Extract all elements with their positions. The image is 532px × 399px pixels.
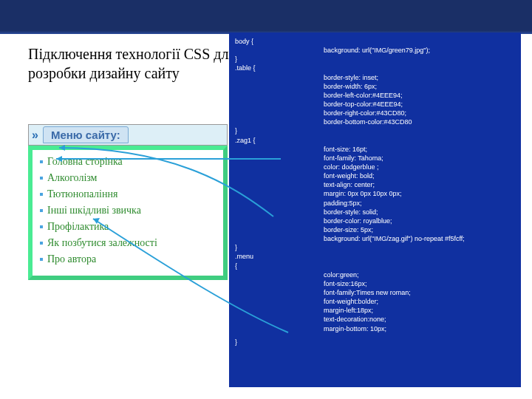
code-prop: text-align: center; — [324, 181, 375, 188]
menu-item-label: Тютюнопаління — [47, 188, 117, 200]
menu-item-label: Про автора — [47, 253, 96, 265]
code-prop: margin-left:18px; — [324, 307, 373, 314]
css-code-panel: body { background: url("IMG/green79.jpg"… — [229, 33, 521, 387]
code-selector: .menu — [235, 253, 253, 260]
code-prop: border-bottom-color:#43CD80 — [324, 118, 412, 126]
code-prop: text-decoration:none; — [324, 316, 386, 323]
code-brace: } — [235, 338, 237, 346]
code-prop: color: dodgerblue ; — [324, 163, 379, 171]
menu-illustration: » Меню сайту: Головна сторінка Алкоголіз… — [28, 124, 228, 280]
code-brace: } — [235, 127, 237, 134]
code-brace: } — [235, 244, 237, 251]
code-prop: border-color: royalblue; — [324, 217, 392, 225]
code-prop: border-size: 5px; — [324, 226, 373, 233]
menu-item-label: Головна сторінка — [47, 156, 123, 168]
bullet-icon — [40, 258, 43, 261]
code-selector: body { — [235, 37, 324, 46]
slide: Підключення технології CSS для розробки … — [0, 0, 532, 399]
menu-list: Головна сторінка Алкоголізм Тютюнопалінн… — [40, 156, 216, 265]
code-prop: font-weight:bolder; — [324, 298, 378, 305]
code-prop: font-size:16px; — [324, 280, 367, 287]
code-prop: border-width: 6px; — [324, 83, 377, 90]
bullet-icon — [40, 193, 43, 196]
menu-header: Меню сайту: — [43, 126, 129, 143]
slide-title: Підключення технології CSS для розробки … — [28, 44, 257, 83]
code-prop: font-size: 16pt; — [324, 146, 367, 153]
code-prop: background: url("IMG/green79.jpg"); — [324, 47, 430, 54]
code-prop: border-left-color:#4EEE94; — [324, 92, 403, 99]
menu-item-label: Як позбутися залежності — [47, 237, 157, 249]
code-prop: border-right-color:#43CD80; — [324, 109, 406, 117]
code-prop: margin: 0px 0px 10px 0px; — [324, 190, 402, 197]
top-decoration — [0, 0, 532, 34]
list-item: Тютюнопаління — [40, 188, 216, 200]
bullet-icon — [40, 160, 43, 163]
list-item: Алкоголізм — [40, 172, 216, 184]
code-prop: background: url("IMG/zag.gif") no-repeat… — [324, 235, 465, 242]
menu-body: Головна сторінка Алкоголізм Тютюнопалінн… — [28, 146, 228, 280]
menu-item-label: Профілактика — [47, 221, 109, 233]
list-item: Профілактика — [40, 221, 216, 233]
code-selector: .zag1 { — [235, 136, 324, 145]
code-prop: color:green; — [324, 271, 359, 279]
menu-item-label: Алкоголізм — [47, 172, 97, 184]
code-prop: font-family: Tahoma; — [324, 154, 383, 162]
menu-tab-bar: » Меню сайту: — [28, 124, 228, 146]
list-item: Головна сторінка — [40, 156, 216, 168]
bullet-icon — [40, 242, 43, 245]
code-prop: border-style: inset; — [324, 74, 378, 81]
code-prop: border-style: solid; — [324, 208, 378, 216]
code-brace: { — [235, 262, 324, 270]
bullet-icon — [40, 177, 43, 180]
code-prop: margin-bottom: 10px; — [324, 325, 386, 332]
chevron-icon: » — [32, 129, 38, 142]
code-prop: font-weight: bold; — [324, 172, 375, 180]
code-brace: } — [235, 55, 237, 63]
list-item: Як позбутися залежності — [40, 237, 216, 249]
code-prop: font-family:Times new roman; — [324, 289, 411, 296]
list-item: Інші шкідливі звичка — [40, 205, 216, 216]
menu-item-label: Інші шкідливі звичка — [47, 205, 141, 216]
bullet-icon — [40, 209, 43, 212]
code-prop: padding:5px; — [324, 200, 362, 207]
code-prop: border-top-color:#4EEE94; — [324, 100, 403, 108]
bullet-icon — [40, 225, 43, 228]
code-selector: .table { — [235, 64, 324, 72]
list-item: Про автора — [40, 253, 216, 265]
